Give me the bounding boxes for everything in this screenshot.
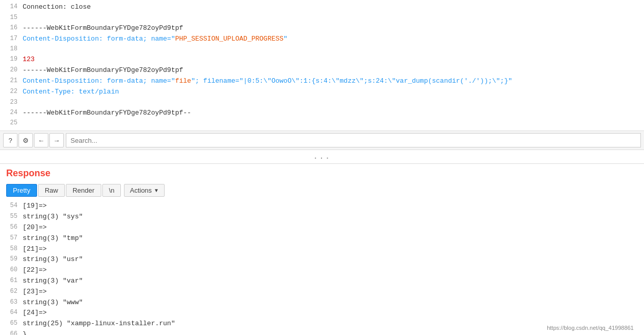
response-tab[interactable]: Render: [66, 184, 101, 197]
line-content: [24]=>: [23, 308, 641, 319]
response-tab[interactable]: Pretty: [6, 184, 37, 197]
text-segment: [19]=>: [23, 202, 47, 210]
code-line: 14Connection: close: [0, 2, 644, 13]
text-segment: [23]=>: [23, 288, 47, 295]
line-number: 18: [3, 44, 17, 54]
line-number: 23: [3, 98, 17, 107]
code-line: 23: [0, 98, 644, 108]
line-number: 54: [3, 201, 17, 211]
line-number: 58: [3, 244, 17, 254]
code-line: 56[20]=>: [0, 222, 644, 233]
text-segment: }: [23, 330, 27, 335]
line-number: 60: [3, 265, 17, 275]
text-segment: [24]=>: [23, 309, 47, 317]
line-content: Content-Disposition: form-data; name="fi…: [23, 76, 641, 87]
chevron-down-icon: ▼: [154, 188, 159, 193]
line-number: 22: [3, 87, 17, 97]
text-segment: ------WebKitFormBoundaryFYDge782oyPd9tpf: [23, 24, 183, 32]
text-segment: PHP_SESSION_UPLOAD_PROGRESS: [175, 35, 283, 43]
code-line: 17Content-Disposition: form-data; name="…: [0, 34, 644, 45]
line-number: 66: [3, 329, 17, 335]
line-content: 123: [23, 54, 641, 65]
text-segment: 123: [23, 55, 34, 63]
line-content: [21]=>: [23, 244, 641, 255]
text-segment: file: [175, 77, 191, 85]
response-header: Response: [0, 164, 644, 182]
line-content: string(3) "var": [23, 276, 641, 287]
text-segment: Content-Type: text/plain: [23, 88, 119, 96]
line-content: [23]=>: [23, 287, 641, 297]
line-content: [22]=>: [23, 265, 641, 276]
text-segment: string(3) "sys": [23, 213, 83, 220]
search-input[interactable]: [66, 133, 641, 147]
line-number: 15: [3, 13, 17, 23]
line-number: 63: [3, 297, 17, 307]
line-number: 57: [3, 233, 17, 243]
line-number: 14: [3, 2, 17, 12]
code-line: 64[24]=>: [0, 308, 644, 319]
footer-url: https://blog.csdn.net/qq_41998861: [541, 323, 640, 333]
line-content: ------WebKitFormBoundaryFYDge782oyPd9tpf: [23, 65, 641, 76]
line-number: 56: [3, 222, 17, 232]
text-segment: [20]=>: [23, 224, 47, 231]
actions-button[interactable]: Actions▼: [124, 184, 165, 197]
line-content: string(3) "sys": [23, 212, 641, 222]
line-number: 25: [3, 118, 17, 128]
text-segment: ------WebKitFormBoundaryFYDge782oyPd9tpf…: [23, 109, 191, 117]
text-segment: string(25) "xampp-linux-installer.run": [23, 320, 175, 327]
line-content: [20]=>: [23, 222, 641, 233]
response-tab[interactable]: Raw: [38, 184, 65, 197]
response-tab[interactable]: \n: [102, 184, 121, 197]
help-button[interactable]: ?: [3, 133, 17, 147]
line-content: Content-Disposition: form-data; name="PH…: [23, 34, 641, 45]
line-number: 55: [3, 212, 17, 221]
text-segment: string(3) "www": [23, 299, 83, 306]
code-line: 25: [0, 118, 644, 128]
code-line: 54[19]=>: [0, 201, 644, 212]
code-line: 55string(3) "sys": [0, 212, 644, 222]
line-number: 59: [3, 254, 17, 264]
line-number: 65: [3, 319, 17, 328]
line-content: string(3) "tmp": [23, 233, 641, 244]
code-line: 60[22]=>: [0, 265, 644, 276]
code-line: 15: [0, 13, 644, 23]
request-code-area: 14Connection: close1516------WebKitFormB…: [0, 0, 644, 131]
line-content: ------WebKitFormBoundaryFYDge782oyPd9tpf: [23, 23, 641, 34]
response-tabs: PrettyRawRender\nActions▼: [0, 182, 644, 199]
code-line: 61string(3) "var": [0, 276, 644, 287]
line-number: 16: [3, 23, 17, 33]
text-segment: Connection: close: [23, 3, 91, 11]
back-button[interactable]: ←: [34, 133, 48, 147]
text-segment: string(3) "var": [23, 277, 83, 285]
line-content: Connection: close: [23, 2, 641, 13]
code-line: 58[21]=>: [0, 244, 644, 255]
text-segment: [22]=>: [23, 266, 47, 274]
request-section: 14Connection: close1516------WebKitFormB…: [0, 0, 644, 164]
code-line: 16------WebKitFormBoundaryFYDge782oyPd9t…: [0, 23, 644, 34]
ellipsis-bar: ...: [0, 150, 644, 163]
line-content: [19]=>: [23, 201, 641, 212]
line-number: 62: [3, 287, 17, 296]
code-line: 20------WebKitFormBoundaryFYDge782oyPd9t…: [0, 65, 644, 76]
line-content: string(3) "usr": [23, 254, 641, 265]
text-segment: Content-Disposition: form-data; name=": [23, 77, 175, 85]
code-line: 59string(3) "usr": [0, 254, 644, 265]
code-line: 19123: [0, 54, 644, 65]
text-segment: Content-Disposition: form-data; name=": [23, 35, 175, 43]
line-number: 20: [3, 65, 17, 75]
settings-button[interactable]: ⚙: [19, 133, 33, 147]
text-segment: string(3) "usr": [23, 255, 83, 263]
actions-label: Actions: [130, 187, 152, 194]
response-section: Response PrettyRawRender\nActions▼ 54[19…: [0, 164, 644, 335]
forward-button[interactable]: →: [49, 133, 64, 147]
code-line: 62[23]=>: [0, 287, 644, 297]
line-number: 24: [3, 108, 17, 118]
line-number: 64: [3, 308, 17, 318]
line-number: 61: [3, 276, 17, 286]
line-number: 19: [3, 54, 17, 64]
text-segment: ------WebKitFormBoundaryFYDge782oyPd9tpf: [23, 66, 183, 74]
code-line: 24------WebKitFormBoundaryFYDge782oyPd9t…: [0, 108, 644, 119]
line-content: string(3) "www": [23, 297, 641, 308]
text-segment: ": [283, 35, 288, 43]
line-number: 21: [3, 76, 17, 86]
